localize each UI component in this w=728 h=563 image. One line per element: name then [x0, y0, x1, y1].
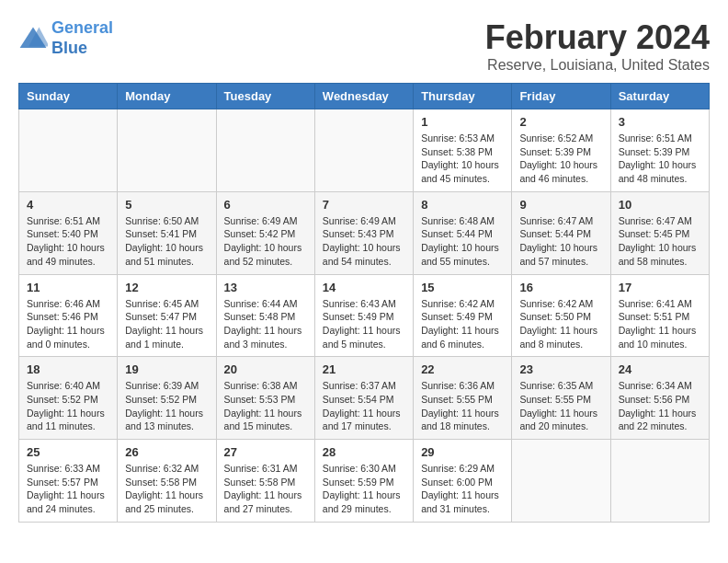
- day-info: Sunrise: 6:30 AMSunset: 5:59 PMDaylight:…: [323, 462, 405, 516]
- calendar-week-row: 18Sunrise: 6:40 AMSunset: 5:52 PMDayligh…: [19, 357, 710, 440]
- day-info: Sunrise: 6:41 AMSunset: 5:51 PMDaylight:…: [619, 297, 701, 351]
- calendar-table: SundayMondayTuesdayWednesdayThursdayFrid…: [18, 83, 710, 523]
- day-header-monday: Monday: [118, 84, 216, 109]
- day-number: 25: [27, 445, 109, 459]
- day-number: 19: [125, 362, 208, 376]
- calendar-cell: 21Sunrise: 6:37 AMSunset: 5:54 PMDayligh…: [314, 357, 413, 440]
- calendar-cell: 10Sunrise: 6:47 AMSunset: 5:45 PMDayligh…: [610, 191, 709, 274]
- logo: General Blue: [18, 18, 113, 58]
- day-header-friday: Friday: [512, 84, 610, 109]
- day-number: 20: [224, 362, 307, 376]
- calendar-cell: 1Sunrise: 6:53 AMSunset: 5:38 PMDaylight…: [414, 109, 512, 192]
- day-number: 16: [519, 281, 602, 294]
- calendar-cell: [19, 109, 118, 192]
- subtitle: Reserve, Louisiana, United States: [485, 57, 710, 74]
- day-info: Sunrise: 6:29 AMSunset: 6:00 PMDaylight:…: [421, 462, 504, 516]
- calendar-cell: 23Sunrise: 6:35 AMSunset: 5:55 PMDayligh…: [512, 357, 610, 440]
- day-info: Sunrise: 6:35 AMSunset: 5:55 PMDaylight:…: [519, 379, 602, 433]
- calendar-cell: 20Sunrise: 6:38 AMSunset: 5:53 PMDayligh…: [216, 357, 314, 440]
- day-info: Sunrise: 6:40 AMSunset: 5:52 PMDaylight:…: [27, 379, 109, 433]
- day-number: 26: [125, 445, 208, 459]
- day-info: Sunrise: 6:39 AMSunset: 5:52 PMDaylight:…: [125, 379, 208, 433]
- calendar-cell: 15Sunrise: 6:42 AMSunset: 5:49 PMDayligh…: [414, 274, 512, 357]
- day-info: Sunrise: 6:36 AMSunset: 5:55 PMDaylight:…: [421, 379, 504, 433]
- day-header-saturday: Saturday: [610, 84, 709, 109]
- calendar-cell: 6Sunrise: 6:49 AMSunset: 5:42 PMDaylight…: [216, 191, 314, 274]
- day-info: Sunrise: 6:33 AMSunset: 5:57 PMDaylight:…: [27, 462, 109, 516]
- day-info: Sunrise: 6:50 AMSunset: 5:41 PMDaylight:…: [125, 214, 208, 269]
- day-number: 29: [421, 445, 504, 459]
- calendar-cell: [512, 440, 610, 523]
- logo-icon: [18, 26, 48, 52]
- day-info: Sunrise: 6:42 AMSunset: 5:49 PMDaylight:…: [421, 297, 504, 351]
- day-number: 12: [125, 281, 208, 294]
- day-number: 10: [619, 198, 701, 212]
- calendar-week-row: 25Sunrise: 6:33 AMSunset: 5:57 PMDayligh…: [19, 440, 710, 523]
- calendar-week-row: 11Sunrise: 6:46 AMSunset: 5:46 PMDayligh…: [19, 274, 710, 357]
- calendar-cell: 19Sunrise: 6:39 AMSunset: 5:52 PMDayligh…: [118, 357, 216, 440]
- day-header-tuesday: Tuesday: [216, 84, 314, 109]
- page-header: General Blue February 2024 Reserve, Loui…: [18, 18, 710, 74]
- calendar-cell: [216, 109, 314, 192]
- day-number: 27: [224, 445, 307, 459]
- calendar-cell: [314, 109, 413, 192]
- day-number: 1: [421, 115, 504, 129]
- day-info: Sunrise: 6:51 AMSunset: 5:40 PMDaylight:…: [27, 214, 109, 269]
- day-number: 9: [519, 198, 602, 212]
- day-info: Sunrise: 6:51 AMSunset: 5:39 PMDaylight:…: [619, 132, 701, 186]
- calendar-cell: 2Sunrise: 6:52 AMSunset: 5:39 PMDaylight…: [512, 109, 610, 192]
- day-info: Sunrise: 6:46 AMSunset: 5:46 PMDaylight:…: [27, 297, 109, 351]
- logo-text: General Blue: [51, 18, 113, 58]
- day-number: 2: [519, 115, 602, 129]
- main-title: February 2024: [485, 18, 710, 57]
- calendar-cell: 28Sunrise: 6:30 AMSunset: 5:59 PMDayligh…: [314, 440, 413, 523]
- day-number: 17: [619, 281, 701, 294]
- calendar-week-row: 4Sunrise: 6:51 AMSunset: 5:40 PMDaylight…: [19, 191, 710, 274]
- day-header-wednesday: Wednesday: [314, 84, 413, 109]
- calendar-cell: 12Sunrise: 6:45 AMSunset: 5:47 PMDayligh…: [118, 274, 216, 357]
- calendar-cell: 27Sunrise: 6:31 AMSunset: 5:58 PMDayligh…: [216, 440, 314, 523]
- day-number: 22: [421, 362, 504, 376]
- day-info: Sunrise: 6:45 AMSunset: 5:47 PMDaylight:…: [125, 297, 208, 351]
- day-number: 18: [27, 362, 109, 376]
- day-info: Sunrise: 6:37 AMSunset: 5:54 PMDaylight:…: [323, 379, 405, 433]
- day-number: 8: [421, 198, 504, 212]
- calendar-header-row: SundayMondayTuesdayWednesdayThursdayFrid…: [19, 84, 710, 109]
- day-info: Sunrise: 6:34 AMSunset: 5:56 PMDaylight:…: [619, 379, 701, 433]
- day-header-thursday: Thursday: [414, 84, 512, 109]
- calendar-cell: 4Sunrise: 6:51 AMSunset: 5:40 PMDaylight…: [19, 191, 118, 274]
- calendar-cell: 8Sunrise: 6:48 AMSunset: 5:44 PMDaylight…: [414, 191, 512, 274]
- day-info: Sunrise: 6:31 AMSunset: 5:58 PMDaylight:…: [224, 462, 307, 516]
- calendar-week-row: 1Sunrise: 6:53 AMSunset: 5:38 PMDaylight…: [19, 109, 710, 192]
- day-info: Sunrise: 6:53 AMSunset: 5:38 PMDaylight:…: [421, 132, 504, 186]
- day-number: 4: [27, 198, 109, 212]
- day-info: Sunrise: 6:43 AMSunset: 5:49 PMDaylight:…: [323, 297, 405, 351]
- day-info: Sunrise: 6:49 AMSunset: 5:42 PMDaylight:…: [224, 214, 307, 269]
- calendar-cell: 14Sunrise: 6:43 AMSunset: 5:49 PMDayligh…: [314, 274, 413, 357]
- day-number: 6: [224, 198, 307, 212]
- day-info: Sunrise: 6:48 AMSunset: 5:44 PMDaylight:…: [421, 214, 504, 269]
- day-info: Sunrise: 6:44 AMSunset: 5:48 PMDaylight:…: [224, 297, 307, 351]
- day-number: 14: [323, 281, 405, 294]
- calendar-cell: 16Sunrise: 6:42 AMSunset: 5:50 PMDayligh…: [512, 274, 610, 357]
- title-section: February 2024 Reserve, Louisiana, United…: [485, 18, 710, 74]
- calendar-cell: 11Sunrise: 6:46 AMSunset: 5:46 PMDayligh…: [19, 274, 118, 357]
- day-info: Sunrise: 6:42 AMSunset: 5:50 PMDaylight:…: [519, 297, 602, 351]
- day-info: Sunrise: 6:38 AMSunset: 5:53 PMDaylight:…: [224, 379, 307, 433]
- calendar-cell: 29Sunrise: 6:29 AMSunset: 6:00 PMDayligh…: [414, 440, 512, 523]
- day-number: 3: [619, 115, 701, 129]
- day-header-sunday: Sunday: [19, 84, 118, 109]
- calendar-cell: 18Sunrise: 6:40 AMSunset: 5:52 PMDayligh…: [19, 357, 118, 440]
- calendar-cell: [610, 440, 709, 523]
- calendar-cell: 13Sunrise: 6:44 AMSunset: 5:48 PMDayligh…: [216, 274, 314, 357]
- day-number: 5: [125, 198, 208, 212]
- calendar-cell: [118, 109, 216, 192]
- calendar-cell: 24Sunrise: 6:34 AMSunset: 5:56 PMDayligh…: [610, 357, 709, 440]
- day-info: Sunrise: 6:52 AMSunset: 5:39 PMDaylight:…: [519, 132, 602, 186]
- calendar-cell: 5Sunrise: 6:50 AMSunset: 5:41 PMDaylight…: [118, 191, 216, 274]
- day-number: 24: [619, 362, 701, 376]
- day-info: Sunrise: 6:49 AMSunset: 5:43 PMDaylight:…: [323, 214, 405, 269]
- calendar-cell: 3Sunrise: 6:51 AMSunset: 5:39 PMDaylight…: [610, 109, 709, 192]
- day-number: 28: [323, 445, 405, 459]
- calendar-cell: 7Sunrise: 6:49 AMSunset: 5:43 PMDaylight…: [314, 191, 413, 274]
